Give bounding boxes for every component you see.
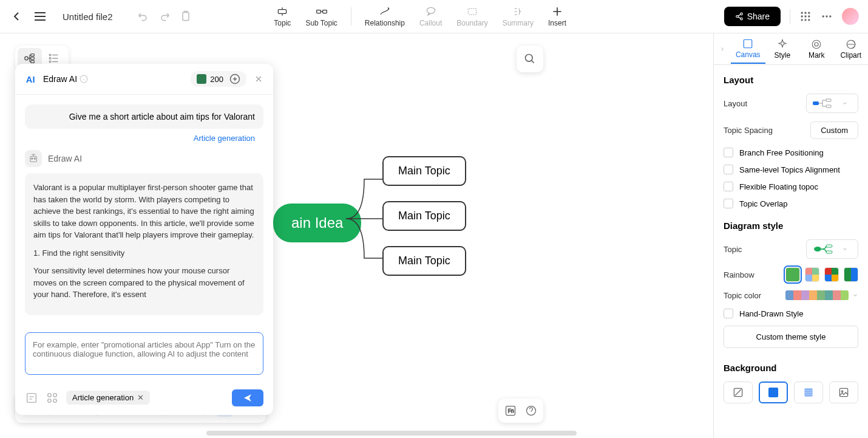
rainbow-label: Rainbow: [724, 270, 754, 279]
sub-topic-label: Sub Topic: [305, 19, 337, 27]
svg-point-8: [740, 18, 742, 20]
topic-node-2[interactable]: Main Topic: [382, 201, 466, 231]
boundary-button[interactable]: Boundary: [449, 2, 495, 30]
rainbow-row: Rainbow: [724, 267, 858, 282]
send-button[interactable]: [232, 389, 263, 406]
apps-icon[interactable]: [799, 10, 812, 22]
help-icon[interactable]: [525, 405, 537, 417]
panel-content: Layout Layout Topic Spacing Custom Branc…: [714, 65, 868, 438]
main-idea-node[interactable]: ain Idea: [273, 204, 361, 242]
layout-section-title: Layout: [724, 75, 858, 85]
tab-canvas[interactable]: Canvas: [731, 35, 765, 64]
topic-style-selector[interactable]: [806, 239, 858, 259]
file-title[interactable]: Untitled file2: [63, 12, 113, 22]
ai-credits: 200: [191, 71, 246, 87]
checkbox-branch-free[interactable]: Branch Free Positioning: [724, 148, 858, 157]
toolbar-center: Topic Sub Topic Relationship Callout Bou…: [266, 2, 574, 30]
bg-option-none[interactable]: [724, 382, 753, 403]
color-bar: [785, 290, 849, 300]
tab-style[interactable]: Style: [765, 35, 800, 63]
redo-button[interactable]: [158, 10, 171, 22]
svg-rect-44: [744, 39, 753, 48]
rainbow-swatch-2[interactable]: [805, 267, 819, 282]
svg-point-17: [808, 19, 810, 21]
svg-rect-24: [31, 61, 35, 63]
clipboard-button[interactable]: [180, 10, 192, 22]
summary-label: Summary: [503, 19, 534, 27]
search-button[interactable]: [517, 46, 543, 72]
topic-button[interactable]: Topic: [266, 2, 298, 30]
ai-input[interactable]: [25, 332, 263, 375]
share-button[interactable]: Share: [724, 7, 781, 26]
credits-icon: [197, 74, 206, 84]
svg-point-39: [526, 55, 533, 62]
background-options: [724, 382, 858, 403]
back-button[interactable]: [9, 9, 24, 24]
svg-point-18: [822, 15, 824, 17]
message-tag: Article generation: [25, 131, 263, 150]
menu-icon[interactable]: [33, 9, 47, 24]
checkbox[interactable]: [724, 148, 733, 157]
checkbox-hand-drawn[interactable]: Hand-Drawn Style: [724, 309, 858, 318]
custom-spacing-button[interactable]: Custom: [810, 121, 858, 139]
canvas-area[interactable]: AI Edraw AI 200 Give me a short article …: [0, 33, 713, 438]
expand-panel-button[interactable]: [714, 45, 731, 53]
credits-value: 200: [210, 75, 223, 84]
topic-style-label: Topic: [724, 245, 742, 254]
svg-point-51: [814, 247, 821, 252]
horizontal-scrollbar[interactable]: [206, 431, 577, 436]
add-credits-icon[interactable]: [229, 74, 240, 84]
svg-point-35: [48, 393, 52, 397]
relationship-button[interactable]: Relationship: [358, 2, 412, 30]
rainbow-swatch-4[interactable]: [844, 267, 858, 282]
callout-button[interactable]: Callout: [412, 2, 449, 30]
send-icon: [243, 393, 253, 403]
checkbox-same-level[interactable]: Same-level Topics Alignment: [724, 165, 858, 174]
bg-option-pattern[interactable]: [794, 382, 823, 403]
bg-option-solid[interactable]: [759, 382, 788, 403]
topic-node-3[interactable]: Main Topic: [382, 246, 466, 276]
svg-rect-2: [316, 10, 320, 13]
svg-point-46: [815, 43, 818, 46]
checkbox-overlap[interactable]: Topic Overlap: [724, 199, 858, 208]
undo-button[interactable]: [137, 10, 149, 22]
summary-button[interactable]: Summary: [495, 2, 541, 30]
solid-bg-icon: [768, 388, 778, 397]
info-icon[interactable]: [80, 75, 88, 83]
remove-tag-icon[interactable]: ✕: [137, 393, 144, 402]
topic-style-row: Topic: [724, 239, 858, 259]
topic-color-picker[interactable]: [785, 290, 858, 300]
settings-icon[interactable]: [46, 391, 59, 405]
sub-topic-button[interactable]: Sub Topic: [298, 2, 344, 30]
checkbox[interactable]: [724, 199, 733, 208]
ai-mode-label: Article generation: [72, 393, 134, 402]
close-icon[interactable]: [254, 74, 263, 84]
svg-rect-23: [31, 57, 35, 60]
rainbow-swatch-3[interactable]: [824, 267, 839, 282]
layout-selector[interactable]: [806, 94, 858, 113]
spacing-label: Topic Spacing: [724, 126, 773, 135]
tab-mark[interactable]: Mark: [799, 35, 834, 63]
custom-theme-button[interactable]: Custom theme style: [724, 326, 858, 348]
share-icon: [735, 12, 744, 21]
svg-point-6: [740, 13, 742, 15]
svg-rect-3: [322, 10, 327, 13]
user-avatar[interactable]: [842, 8, 859, 25]
rainbow-swatch-1[interactable]: [785, 267, 800, 282]
checkbox[interactable]: [724, 309, 733, 318]
checkbox-label: Topic Overlap: [739, 199, 787, 208]
checkbox[interactable]: [724, 182, 733, 191]
topic-node-1[interactable]: Main Topic: [382, 156, 466, 186]
more-icon[interactable]: [821, 10, 833, 22]
insert-button[interactable]: Insert: [541, 2, 574, 30]
tab-clipart-label: Clipart: [840, 51, 861, 60]
svg-point-45: [813, 40, 821, 49]
checkbox-flexible[interactable]: Flexible Floating topoc: [724, 182, 858, 191]
attachment-icon[interactable]: [25, 391, 38, 405]
bg-option-image[interactable]: [829, 382, 858, 403]
checkbox[interactable]: [724, 165, 733, 174]
tab-clipart[interactable]: Clipart: [834, 35, 869, 63]
svg-rect-22: [31, 54, 35, 56]
function-icon[interactable]: Fn: [504, 405, 517, 417]
svg-point-7: [736, 15, 738, 18]
